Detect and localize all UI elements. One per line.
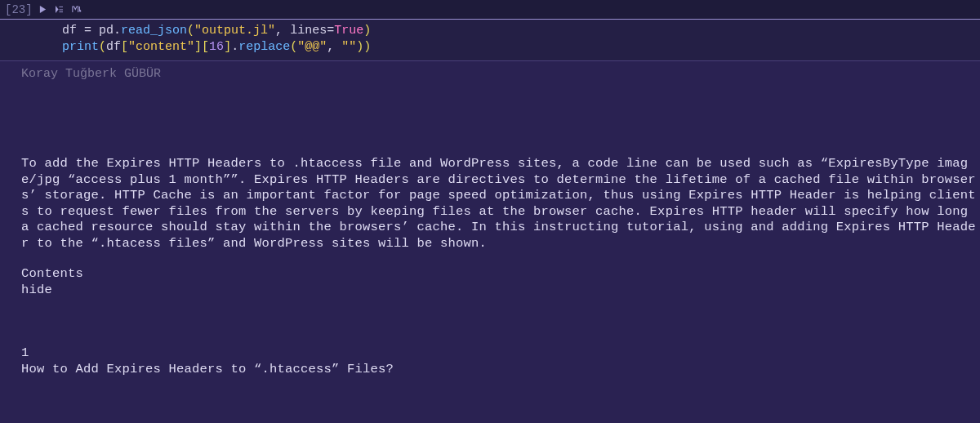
output-paragraph: To add the Expires HTTP Headers to .htac…	[21, 156, 980, 252]
notebook-cell: [23] df = pd.read_json("output.jl", line…	[0, 0, 980, 423]
svg-rect-0	[59, 7, 63, 7]
output-hide-label: hide	[21, 283, 980, 299]
output-area: Koray Tuğberk GÜBÜR To add the Expires H…	[0, 61, 980, 423]
output-contents-label: Contents	[21, 266, 980, 283]
code-line-2: print(df["content"][16].replace("@@", ""…	[62, 39, 980, 56]
markdown-icon[interactable]	[72, 6, 82, 13]
svg-rect-2	[59, 11, 63, 12]
cell-toolbar	[39, 6, 82, 13]
output-section-number: 1	[21, 345, 980, 362]
output-section-title: How to Add Expires Headers to “.htaccess…	[21, 362, 980, 378]
output-truncated-line: Koray Tuğberk GÜBÜR	[21, 66, 980, 82]
code-input[interactable]: df = pd.read_json("output.jl", lines=Tru…	[0, 20, 980, 61]
code-line-1: df = pd.read_json("output.jl", lines=Tru…	[62, 23, 980, 39]
cell-header: [23]	[0, 0, 980, 20]
svg-rect-1	[59, 10, 63, 11]
cell-exec-count: [23]	[5, 3, 33, 16]
run-cell-icon[interactable]	[39, 6, 47, 13]
run-below-icon[interactable]	[55, 6, 64, 13]
